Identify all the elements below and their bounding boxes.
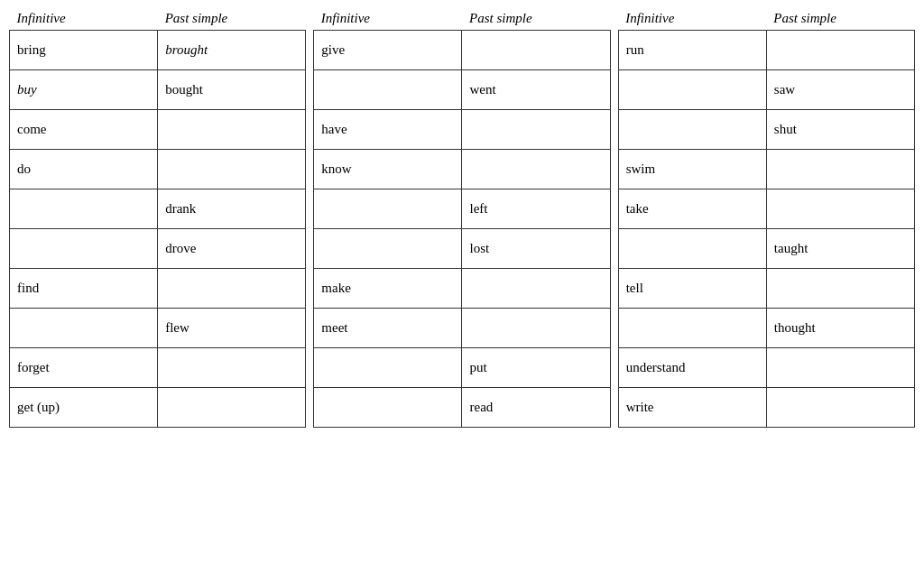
past-simple-cell <box>766 348 914 388</box>
past-simple-cell <box>462 309 610 348</box>
table-row: come <box>10 110 306 150</box>
table-row: thought <box>618 309 914 348</box>
infinitive-cell <box>10 229 158 269</box>
past-simple-cell <box>158 150 306 189</box>
infinitive-header: Infinitive <box>314 9 462 31</box>
past-simple-cell: saw <box>766 70 914 110</box>
past-simple-cell: left <box>462 189 610 229</box>
infinitive-cell: write <box>618 388 766 428</box>
past-simple-header: Past simple <box>766 9 914 31</box>
table-row: drank <box>10 189 306 229</box>
infinitive-cell <box>314 388 462 428</box>
table-row: run <box>618 31 914 70</box>
table-row: tell <box>618 269 914 309</box>
table-row: saw <box>618 70 914 110</box>
table-row: bringbrought <box>10 31 306 70</box>
infinitive-cell <box>314 229 462 269</box>
table-row: have <box>314 110 610 150</box>
table-row: find <box>10 269 306 309</box>
table-row: taught <box>618 229 914 269</box>
infinitive-cell: make <box>314 269 462 309</box>
past-simple-cell <box>158 388 306 428</box>
past-simple-cell <box>766 189 914 229</box>
past-simple-cell <box>462 31 610 70</box>
table-row: went <box>314 70 610 110</box>
past-simple-cell: drove <box>158 229 306 269</box>
infinitive-cell <box>10 309 158 348</box>
infinitive-cell <box>10 189 158 229</box>
table-row: get (up) <box>10 388 306 428</box>
page-container: InfinitivePast simplebringbroughtbuyboug… <box>9 9 915 428</box>
infinitive-cell: do <box>10 150 158 189</box>
past-simple-cell: drank <box>158 189 306 229</box>
table-row: drove <box>10 229 306 269</box>
table-row: meet <box>314 309 610 348</box>
table-row: put <box>314 348 610 388</box>
past-simple-cell <box>766 269 914 309</box>
table-row: understand <box>618 348 914 388</box>
past-simple-cell: flew <box>158 309 306 348</box>
past-simple-cell <box>158 348 306 388</box>
table-row: know <box>314 150 610 189</box>
table-row: read <box>314 388 610 428</box>
past-simple-cell: read <box>462 388 610 428</box>
infinitive-cell <box>618 110 766 150</box>
infinitive-cell <box>618 70 766 110</box>
infinitive-header: Infinitive <box>618 9 766 31</box>
past-simple-cell <box>766 150 914 189</box>
table-row: take <box>618 189 914 229</box>
tables-wrapper: InfinitivePast simplebringbroughtbuyboug… <box>9 9 915 428</box>
infinitive-cell: meet <box>314 309 462 348</box>
past-simple-cell: went <box>462 70 610 110</box>
past-simple-cell: shut <box>766 110 914 150</box>
table-row: make <box>314 269 610 309</box>
table-row: shut <box>618 110 914 150</box>
past-simple-cell <box>462 150 610 189</box>
verb-table-2: InfinitivePast simplegivewenthaveknowlef… <box>313 9 610 428</box>
table-row: do <box>10 150 306 189</box>
past-simple-cell: lost <box>462 229 610 269</box>
infinitive-cell: give <box>314 31 462 70</box>
infinitive-cell: understand <box>618 348 766 388</box>
verb-table-1: InfinitivePast simplebringbroughtbuyboug… <box>9 9 306 428</box>
infinitive-cell: know <box>314 150 462 189</box>
past-simple-cell <box>158 110 306 150</box>
infinitive-cell: get (up) <box>10 388 158 428</box>
table-row: swim <box>618 150 914 189</box>
infinitive-cell: run <box>618 31 766 70</box>
table-row: lost <box>314 229 610 269</box>
infinitive-header: Infinitive <box>10 9 158 31</box>
past-simple-cell: brought <box>158 31 306 70</box>
past-simple-cell <box>158 269 306 309</box>
infinitive-cell <box>618 229 766 269</box>
infinitive-cell <box>618 309 766 348</box>
table-row: give <box>314 31 610 70</box>
infinitive-cell: have <box>314 110 462 150</box>
table-row: forget <box>10 348 306 388</box>
past-simple-cell <box>462 269 610 309</box>
past-simple-cell: taught <box>766 229 914 269</box>
table-row: left <box>314 189 610 229</box>
past-simple-header: Past simple <box>158 9 306 31</box>
past-simple-cell: put <box>462 348 610 388</box>
infinitive-cell: take <box>618 189 766 229</box>
past-simple-cell: bought <box>158 70 306 110</box>
infinitive-cell <box>314 70 462 110</box>
past-simple-cell <box>766 388 914 428</box>
past-simple-cell <box>462 110 610 150</box>
infinitive-cell: forget <box>10 348 158 388</box>
infinitive-cell: bring <box>10 31 158 70</box>
infinitive-cell: come <box>10 110 158 150</box>
infinitive-cell: find <box>10 269 158 309</box>
infinitive-cell <box>314 189 462 229</box>
infinitive-cell: swim <box>618 150 766 189</box>
past-simple-cell: thought <box>766 309 914 348</box>
infinitive-cell: tell <box>618 269 766 309</box>
past-simple-cell <box>766 31 914 70</box>
infinitive-cell <box>314 348 462 388</box>
table-row: buybought <box>10 70 306 110</box>
table-row: flew <box>10 309 306 348</box>
past-simple-header: Past simple <box>462 9 610 31</box>
infinitive-cell: buy <box>10 70 158 110</box>
table-row: write <box>618 388 914 428</box>
